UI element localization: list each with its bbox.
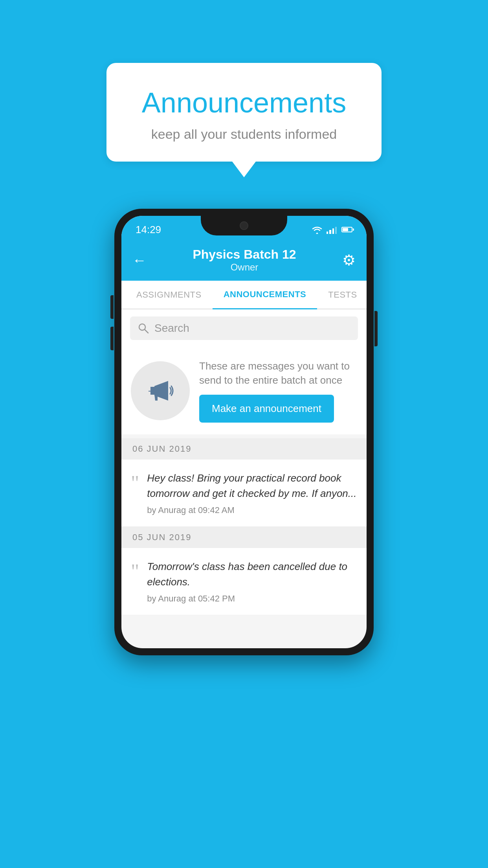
megaphone-icon	[145, 375, 176, 406]
tab-announcements[interactable]: ANNOUNCEMENTS	[213, 281, 317, 309]
back-button[interactable]: ←	[132, 253, 147, 267]
announcement-text-1: Hey class! Bring your practical record b…	[147, 471, 357, 501]
search-bar[interactable]: Search	[130, 316, 358, 340]
app-header: ← Physics Batch 12 Owner ⚙	[121, 241, 367, 281]
volume-down-button	[110, 327, 114, 350]
tab-assignments[interactable]: ASSIGNMENTS	[125, 281, 213, 309]
announcement-text-2: Tomorrow's class has been cancelled due …	[147, 559, 357, 590]
bubble-title: Announcements	[126, 86, 362, 119]
volume-up-button	[110, 295, 114, 319]
wifi-icon	[312, 225, 323, 234]
make-announcement-button[interactable]: Make an announcement	[199, 395, 334, 423]
owner-label: Owner	[193, 262, 296, 273]
tab-tests[interactable]: TESTS	[317, 281, 367, 309]
battery-icon	[341, 227, 352, 232]
date-separator-1: 06 JUN 2019	[121, 438, 367, 460]
settings-icon[interactable]: ⚙	[342, 252, 356, 269]
status-icons	[312, 225, 352, 234]
batch-name: Physics Batch 12	[193, 247, 296, 262]
search-container: Search	[121, 309, 367, 347]
quote-icon-1: "	[131, 473, 139, 493]
bubble-subtitle: keep all your students informed	[126, 127, 362, 142]
phone-screen: 14:29	[121, 216, 367, 648]
announcement-content-2: Tomorrow's class has been cancelled due …	[147, 559, 357, 604]
promo-icon-circle	[131, 361, 190, 420]
signal-icon	[327, 225, 337, 234]
power-button	[374, 311, 378, 346]
announcement-item-2[interactable]: " Tomorrow's class has been cancelled du…	[121, 548, 367, 615]
svg-line-1	[145, 329, 148, 333]
status-time: 14:29	[136, 224, 161, 236]
announcement-item-1[interactable]: " Hey class! Bring your practical record…	[121, 460, 367, 527]
search-placeholder: Search	[154, 322, 189, 335]
phone-mockup: 14:29	[114, 209, 374, 655]
speech-bubble: Announcements keep all your students inf…	[106, 63, 382, 162]
date-separator-2: 05 JUN 2019	[121, 527, 367, 548]
promo-description: These are messages you want to send to t…	[199, 359, 357, 388]
promo-card: These are messages you want to send to t…	[121, 347, 367, 434]
phone-notch	[201, 216, 287, 235]
header-title-group: Physics Batch 12 Owner	[193, 247, 296, 273]
phone-camera	[240, 221, 248, 230]
promo-text-group: These are messages you want to send to t…	[199, 359, 357, 423]
quote-icon-2: "	[131, 561, 139, 582]
announcement-author-1: by Anurag at 09:42 AM	[147, 505, 357, 515]
announcement-content-1: Hey class! Bring your practical record b…	[147, 471, 357, 515]
phone-frame: 14:29	[114, 209, 374, 655]
search-icon	[138, 323, 149, 334]
tabs-bar: ASSIGNMENTS ANNOUNCEMENTS TESTS	[121, 281, 367, 309]
announcement-author-2: by Anurag at 05:42 PM	[147, 594, 357, 604]
